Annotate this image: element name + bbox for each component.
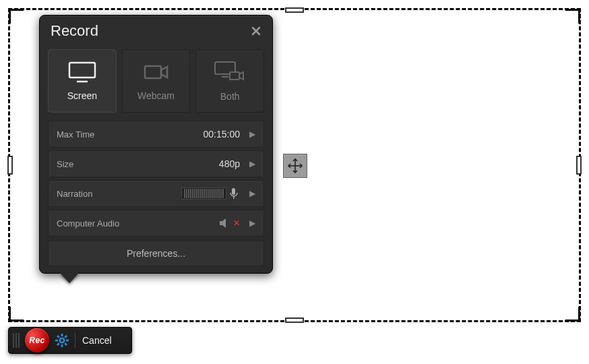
preferences-button[interactable]: Preferences... <box>48 241 264 266</box>
narration-label: Narration <box>57 189 92 199</box>
record-button-label: Rec <box>29 336 45 345</box>
cancel-label: Cancel <box>82 335 112 346</box>
divider <box>75 332 75 348</box>
chevron-right-icon: ▶ <box>247 129 258 139</box>
both-icon <box>214 60 246 84</box>
mode-both-label: Both <box>220 91 240 102</box>
monitor-icon <box>67 61 97 84</box>
record-button[interactable]: Rec <box>25 328 49 353</box>
svg-rect-15 <box>55 340 58 342</box>
mode-both[interactable]: Both <box>195 49 264 113</box>
svg-rect-19 <box>57 335 60 338</box>
controls-bar: Rec Cancel <box>8 327 132 354</box>
close-icon <box>251 26 261 36</box>
svg-rect-10 <box>232 188 235 195</box>
computer-audio-label: Computer Audio <box>57 218 119 229</box>
svg-rect-4 <box>69 63 95 78</box>
resize-handle-right[interactable] <box>576 156 582 175</box>
speaker-muted-icon: ✕ <box>218 218 240 229</box>
panel-title: Record <box>51 22 98 40</box>
resize-handle-top-left[interactable] <box>9 9 24 24</box>
svg-rect-17 <box>64 335 67 338</box>
svg-rect-6 <box>145 66 161 78</box>
move-handle[interactable] <box>283 154 307 178</box>
svg-rect-18 <box>57 342 60 346</box>
svg-point-12 <box>60 338 64 342</box>
resize-handle-bottom-left[interactable] <box>9 307 24 322</box>
size-label: Size <box>57 159 73 169</box>
max-time-label: Max Time <box>57 129 94 140</box>
chevron-right-icon: ▶ <box>247 189 258 198</box>
svg-rect-13 <box>61 334 63 336</box>
drag-grip[interactable] <box>11 333 21 348</box>
max-time-value: 00:15:00 <box>204 129 241 140</box>
resize-handle-left[interactable] <box>7 156 13 175</box>
preferences-label: Preferences... <box>127 248 185 259</box>
resize-handle-top[interactable] <box>285 7 304 13</box>
record-panel: Record Screen Webcam <box>39 15 273 274</box>
microphone-icon <box>228 187 240 200</box>
mic-level-meter <box>181 187 240 200</box>
resize-handle-top-right[interactable] <box>565 9 580 24</box>
resize-handle-bottom-right[interactable] <box>565 307 580 322</box>
svg-rect-16 <box>66 340 69 342</box>
mode-webcam-label: Webcam <box>137 90 175 101</box>
chevron-right-icon: ▶ <box>247 159 258 169</box>
gear-icon <box>55 333 69 348</box>
mode-screen[interactable]: Screen <box>48 49 117 113</box>
computer-audio-row[interactable]: Computer Audio ✕ ▶ <box>48 210 264 237</box>
size-value: 480p <box>219 158 240 169</box>
chevron-right-icon: ▶ <box>247 218 258 228</box>
svg-rect-9 <box>230 72 239 80</box>
cancel-button[interactable]: Cancel <box>80 335 115 346</box>
svg-rect-20 <box>64 342 67 346</box>
close-button[interactable] <box>251 26 261 36</box>
settings-button[interactable] <box>53 332 71 349</box>
svg-rect-14 <box>61 344 63 347</box>
webcam-icon <box>142 61 171 84</box>
mode-screen-label: Screen <box>67 90 97 101</box>
mode-webcam[interactable]: Webcam <box>122 49 191 113</box>
resize-handle-bottom[interactable] <box>285 317 304 323</box>
max-time-row[interactable]: Max Time 00:15:00 ▶ <box>48 121 264 148</box>
narration-row[interactable]: Narration ▶ <box>48 180 264 207</box>
move-icon <box>286 157 304 175</box>
size-row[interactable]: Size 480p ▶ <box>48 150 264 177</box>
